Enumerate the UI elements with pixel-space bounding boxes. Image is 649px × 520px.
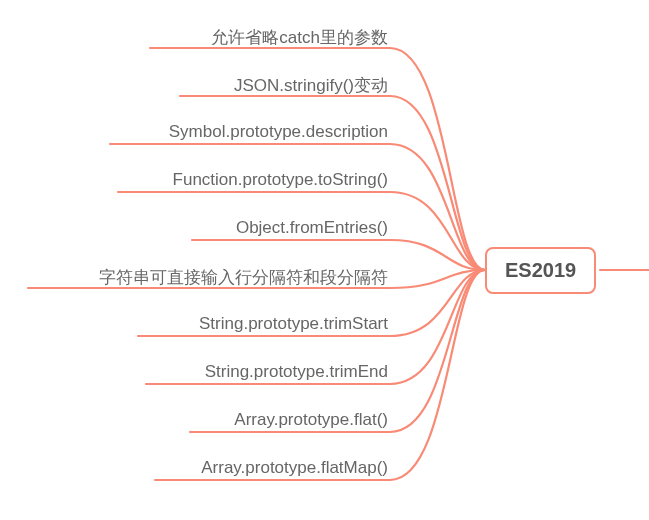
leaf-label: String.prototype.trimStart: [199, 314, 388, 333]
leaf-label: Function.prototype.toString(): [173, 170, 388, 189]
leaf-node[interactable]: Function.prototype.toString(): [0, 170, 388, 190]
leaf-node[interactable]: Array.prototype.flat(): [0, 410, 388, 430]
leaf-label: Array.prototype.flat(): [234, 410, 388, 429]
leaf-label: 允许省略catch里的参数: [211, 28, 388, 47]
leaf-node[interactable]: Array.prototype.flatMap(): [0, 458, 388, 478]
mindmap-canvas: ES2019 允许省略catch里的参数 JSON.stringify()变动 …: [0, 0, 649, 520]
leaf-label: Array.prototype.flatMap(): [201, 458, 388, 477]
root-label: ES2019: [505, 259, 576, 281]
leaf-label: 字符串可直接输入行分隔符和段分隔符: [99, 268, 388, 287]
leaf-node[interactable]: 允许省略catch里的参数: [0, 26, 388, 49]
root-node[interactable]: ES2019: [485, 247, 596, 294]
leaf-node[interactable]: JSON.stringify()变动: [0, 74, 388, 97]
leaf-label: Object.fromEntries(): [236, 218, 388, 237]
leaf-node[interactable]: 字符串可直接输入行分隔符和段分隔符: [0, 266, 388, 289]
leaf-label: Symbol.prototype.description: [169, 122, 388, 141]
leaf-label: String.prototype.trimEnd: [205, 362, 388, 381]
leaf-node[interactable]: Symbol.prototype.description: [0, 122, 388, 142]
leaf-label: JSON.stringify()变动: [234, 76, 388, 95]
leaf-node[interactable]: String.prototype.trimEnd: [0, 362, 388, 382]
leaf-node[interactable]: String.prototype.trimStart: [0, 314, 388, 334]
leaf-node[interactable]: Object.fromEntries(): [0, 218, 388, 238]
